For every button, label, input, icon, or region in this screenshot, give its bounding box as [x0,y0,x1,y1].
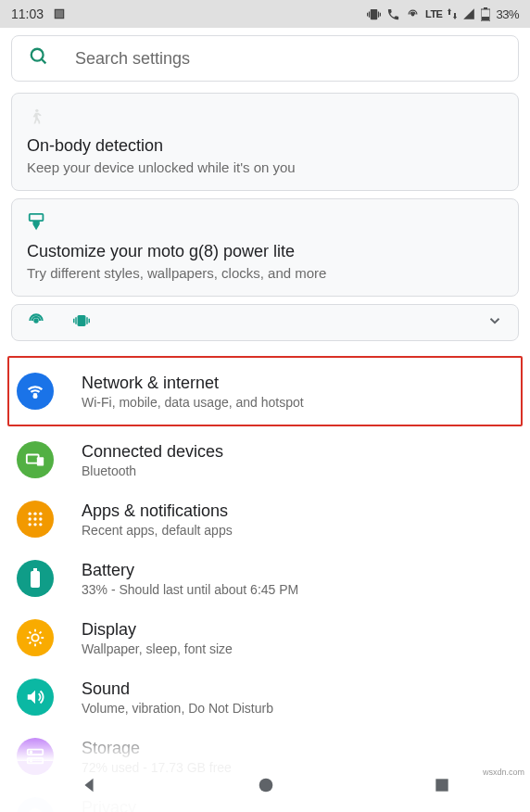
svg-point-19 [39,517,42,520]
watermark: wsxdn.com [483,768,524,777]
item-sub: Recent apps, default apps [82,523,233,538]
svg-point-20 [29,523,32,526]
svg-point-30 [259,778,273,792]
svg-rect-31 [436,779,448,791]
search-icon [29,46,49,70]
svg-point-6 [32,49,44,61]
svg-point-28 [31,752,32,754]
signal-icon [462,7,475,20]
svg-rect-24 [33,568,37,571]
apps-icon [17,501,54,538]
svg-rect-12 [27,455,39,463]
item-sub: Volume, vibration, Do Not Disturb [82,701,273,716]
card-sub: Keep your device unlocked while it's on … [27,159,503,175]
status-bar: 11:03 LTE 33% [0,0,530,28]
item-sub: 33% - Should last until about 6:45 PM [82,582,298,597]
item-display[interactable]: Display Wallpaper, sleep, font size [11,608,519,667]
search-settings[interactable]: Search settings [11,35,519,82]
svg-point-18 [33,517,36,520]
svg-point-15 [33,513,36,515]
status-time: 11:03 [11,6,44,21]
highlight-network: Network & internet Wi-Fi, mobile, data u… [7,356,523,426]
item-title: Storage [82,739,232,758]
svg-rect-23 [31,571,40,588]
svg-point-8 [35,109,38,112]
brush-icon [27,212,503,233]
chevron-down-icon [486,312,503,333]
screenshot-icon [53,7,66,20]
hotspot-toggle-icon [27,311,45,334]
battery-percent: 33% [496,7,519,21]
svg-rect-4 [484,7,487,9]
svg-point-16 [39,513,42,515]
devices-icon [17,441,54,478]
svg-point-11 [34,395,37,398]
wifi-icon [17,373,54,410]
suggestion-on-body[interactable]: On-body detection Keep your device unloc… [11,93,519,191]
item-sub: Wallpaper, sleep, font size [82,641,233,656]
svg-point-10 [34,319,37,322]
item-sound[interactable]: Sound Volume, vibration, Do Not Disturb [11,667,519,727]
item-sub: Wi-Fi, mobile, data usage, and hotspot [82,395,304,410]
item-title: Battery [82,561,298,580]
item-devices[interactable]: Connected devices Bluetooth [11,430,519,489]
wifi-calling-icon [386,7,400,21]
nav-home-button[interactable] [256,775,276,799]
vibrate-icon [367,7,381,21]
item-apps[interactable]: Apps & notifications Recent apps, defaul… [11,489,519,549]
lte-label: LTE [425,8,442,19]
svg-point-14 [29,513,32,515]
svg-rect-5 [482,17,489,20]
hotspot-icon [406,7,420,21]
svg-point-2 [411,13,414,16]
item-title: Apps & notifications [82,501,233,521]
data-updown-icon [448,8,457,19]
nav-back-button[interactable] [79,775,99,799]
vibrate-toggle-icon [71,312,92,333]
item-title: Display [82,620,233,640]
card-title: Customize your moto g(8) power lite [27,242,503,261]
item-battery[interactable]: Battery 33% - Should last until about 6:… [11,549,519,608]
card-sub: Try different styles, wallpapers, clocks… [27,265,503,281]
brightness-icon [17,619,54,656]
svg-rect-13 [37,457,44,465]
search-placeholder: Search settings [75,49,190,69]
item-sub: Bluetooth [82,463,223,478]
navigation-bar [0,761,530,812]
svg-point-21 [33,523,36,526]
walk-icon [27,107,503,127]
svg-point-17 [29,517,32,520]
volume-icon [17,679,54,716]
suggestion-customize[interactable]: Customize your moto g(8) power lite Try … [11,198,519,297]
card-title: On-body detection [27,136,503,156]
svg-point-22 [39,523,42,526]
battery-icon [17,560,54,597]
svg-rect-1 [56,10,63,18]
battery-icon [481,7,490,21]
svg-point-25 [32,634,38,641]
item-title: Connected devices [82,442,223,462]
svg-line-7 [42,59,46,64]
svg-rect-9 [30,214,44,221]
quick-toggle-row[interactable] [11,304,519,341]
item-title: Sound [82,679,273,699]
item-network[interactable]: Network & internet Wi-Fi, mobile, data u… [13,362,517,421]
nav-recent-button[interactable] [433,776,451,798]
item-title: Network & internet [82,374,304,393]
